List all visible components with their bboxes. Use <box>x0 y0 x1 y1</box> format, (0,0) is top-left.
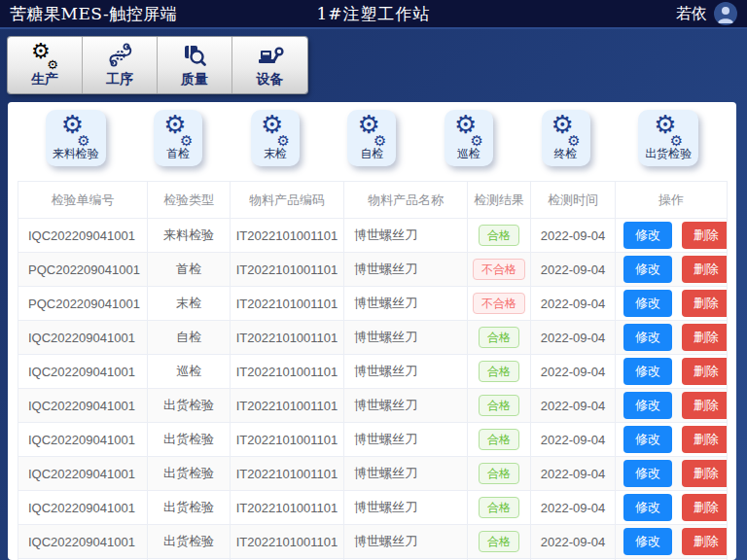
production-gears-icon: ⚙⚙ <box>31 43 58 68</box>
result-badge: 不合格 <box>473 259 525 280</box>
delete-button[interactable]: 删除 <box>682 460 728 487</box>
inspection-code-cell: IQC202209041001 <box>18 321 148 355</box>
date-cell: 2022-09-04 <box>531 491 616 525</box>
nav-button-equipment[interactable]: 设备 <box>232 37 307 93</box>
delete-button[interactable]: 删除 <box>682 222 728 249</box>
date-cell: 2022-09-04 <box>531 525 616 559</box>
inspection-type-cell: 出货检验 <box>148 491 231 525</box>
delete-button[interactable]: 删除 <box>682 392 728 419</box>
actions-cell: 修改 删除 <box>616 253 728 287</box>
date-cell: 2022-09-04 <box>531 219 616 253</box>
avatar[interactable] <box>714 2 737 25</box>
item-code-cell: IT2022101001101 <box>231 389 344 423</box>
delete-button[interactable]: 删除 <box>682 256 728 283</box>
tab-final-inspection[interactable]: ⚙⚙ 终检 <box>542 110 590 166</box>
delete-button[interactable]: 删除 <box>682 426 728 453</box>
inspection-code-cell: IQC202209041001 <box>18 525 148 559</box>
item-name-cell: 博世螺丝刀 <box>344 287 468 321</box>
delete-button[interactable]: 删除 <box>682 494 728 521</box>
edit-button[interactable]: 修改 <box>623 324 672 351</box>
gears-icon: ⚙⚙ <box>453 115 484 144</box>
actions-cell: 修改 删除 <box>616 355 728 389</box>
delete-button[interactable]: 删除 <box>682 290 728 317</box>
edit-button[interactable]: 修改 <box>623 222 672 249</box>
table-row: IQC202209041001 出货检验 IT2022101001101 博世螺… <box>18 423 728 457</box>
result-badge: 合格 <box>479 327 519 348</box>
actions-cell: 修改 删除 <box>616 457 728 491</box>
result-badge: 合格 <box>479 463 519 484</box>
item-name-cell: 博世螺丝刀 <box>344 423 468 457</box>
user-menu[interactable]: 若依 <box>676 2 737 25</box>
item-name-cell: 博世螺丝刀 <box>344 253 468 287</box>
inspection-type-cell: 末检 <box>148 287 231 321</box>
item-code-cell: IT2022101001101 <box>231 491 344 525</box>
result-badge: 合格 <box>479 429 519 450</box>
table-row: IQC202209041001 出货检验 IT2022101001101 博世螺… <box>18 457 728 491</box>
result-cell: 合格 <box>468 491 531 525</box>
result-badge: 合格 <box>479 225 519 246</box>
column-header: 物料产品名称 <box>344 182 468 219</box>
tab-incoming-inspection[interactable]: ⚙⚙ 来料检验 <box>46 110 106 166</box>
tab-self-inspection[interactable]: ⚙⚙ 自检 <box>347 110 396 166</box>
table-body: IQC202209041001 来料检验 IT2022101001101 博世螺… <box>18 219 728 560</box>
nav-button-quality[interactable]: 质量 <box>158 37 232 93</box>
gears-icon: ⚙⚙ <box>653 115 684 144</box>
date-cell: 2022-09-04 <box>531 423 616 457</box>
delete-button[interactable]: 删除 <box>682 528 728 555</box>
inspection-code-cell: IQC202209041001 <box>18 491 148 525</box>
edit-button[interactable]: 修改 <box>623 494 672 521</box>
topbar: 苦糖果MES-触控屏端 1#注塑工作站 若依 <box>0 0 747 29</box>
actions-cell: 修改 删除 <box>616 423 728 457</box>
delete-button[interactable]: 删除 <box>682 358 728 385</box>
inspection-tabs: ⚙⚙ 来料检验 ⚙⚙ 首检 ⚙⚙ 末检 ⚙⚙ 自检 ⚙⚙ 巡检 ⚙⚙ 终检 ⚙⚙… <box>8 102 736 172</box>
nav-label: 设备 <box>257 71 284 88</box>
tab-outgoing-inspection[interactable]: ⚙⚙ 出货检验 <box>638 110 698 166</box>
date-cell: 2022-09-04 <box>531 287 616 321</box>
actions-cell: 修改 删除 <box>616 287 728 321</box>
column-header: 物料产品编码 <box>231 182 344 219</box>
edit-button[interactable]: 修改 <box>623 426 672 453</box>
tab-label: 出货检验 <box>645 146 692 162</box>
item-code-cell: IT2022101001101 <box>231 525 344 559</box>
nav-button-process[interactable]: 工序 <box>83 37 158 93</box>
edit-button[interactable]: 修改 <box>623 392 672 419</box>
tab-last-inspection[interactable]: ⚙⚙ 末检 <box>251 110 300 166</box>
edit-button[interactable]: 修改 <box>623 528 672 555</box>
item-code-cell: IT2022101001101 <box>231 287 344 321</box>
nav-button-production[interactable]: ⚙⚙ 生产 <box>8 37 83 93</box>
edit-button[interactable]: 修改 <box>623 290 672 317</box>
actions-cell: 修改 删除 <box>616 321 728 355</box>
item-name-cell: 博世螺丝刀 <box>344 457 468 491</box>
result-cell: 合格 <box>468 389 531 423</box>
table-row: IQC202209041001 出货检验 IT2022101001101 博世螺… <box>18 491 728 525</box>
result-cell: 合格 <box>468 219 531 253</box>
table-row: IQC202209041001 出货检验 IT2022101001101 博世螺… <box>18 525 728 559</box>
item-code-cell: IT2022101001101 <box>231 321 344 355</box>
table-header-row: 检验单编号检验类型物料产品编码物料产品名称检测结果检测时间操作 <box>18 182 728 219</box>
table-row: IQC202209041001 来料检验 IT2022101001101 博世螺… <box>18 219 728 253</box>
inspection-code-cell: IQC202209041001 <box>18 389 148 423</box>
nav-label: 质量 <box>181 71 208 88</box>
module-nav: ⚙⚙ 生产 工序 质量 <box>8 37 307 93</box>
column-header: 检验单编号 <box>18 182 148 219</box>
inspection-type-cell: 出货检验 <box>148 525 231 559</box>
delete-button[interactable]: 删除 <box>682 324 728 351</box>
actions-cell: 修改 删除 <box>616 389 728 423</box>
item-name-cell: 博世螺丝刀 <box>344 491 468 525</box>
inspection-code-cell: IQC202209041001 <box>18 219 148 253</box>
column-header: 操作 <box>616 182 728 219</box>
inspection-code-cell: IQC202209041001 <box>18 355 148 389</box>
date-cell: 2022-09-04 <box>531 321 616 355</box>
content-panel: ⚙⚙ 来料检验 ⚙⚙ 首检 ⚙⚙ 末检 ⚙⚙ 自检 ⚙⚙ 巡检 ⚙⚙ 终检 ⚙⚙… <box>8 102 736 560</box>
inspection-type-cell: 出货检验 <box>148 457 231 491</box>
actions-cell: 修改 删除 <box>616 491 728 525</box>
actions-cell: 修改 删除 <box>616 219 728 253</box>
tab-first-inspection[interactable]: ⚙⚙ 首检 <box>154 110 202 166</box>
quality-search-icon <box>182 43 207 68</box>
result-cell: 不合格 <box>468 287 531 321</box>
edit-button[interactable]: 修改 <box>623 358 672 385</box>
tab-patrol-inspection[interactable]: ⚙⚙ 巡检 <box>445 110 493 166</box>
edit-button[interactable]: 修改 <box>623 460 672 487</box>
edit-button[interactable]: 修改 <box>623 256 672 283</box>
result-cell: 合格 <box>468 457 531 491</box>
